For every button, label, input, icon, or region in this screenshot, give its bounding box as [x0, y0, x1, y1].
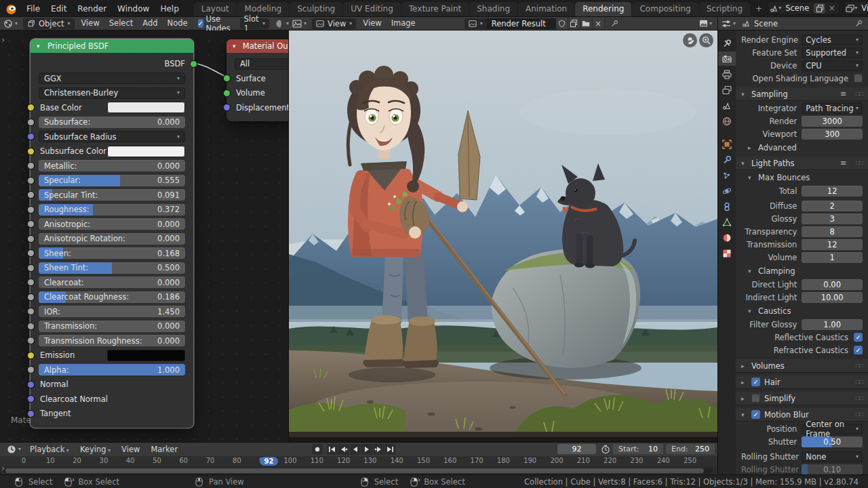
collapse-icon[interactable]: ▾	[741, 160, 747, 167]
new-image-button[interactable]	[568, 18, 580, 28]
editor-type-button[interactable]: ▾	[289, 19, 310, 28]
properties-tab-particles[interactable]	[718, 168, 736, 182]
unlink-image-button[interactable]: ×	[593, 18, 605, 28]
field-transparency[interactable]: 8	[802, 226, 863, 237]
node-row-subsurface-radius[interactable]: Subsurface Radius▾	[39, 131, 185, 143]
node-dropdown[interactable]: Subsurface Radius▾	[39, 131, 185, 142]
value-slider[interactable]: Anisotropic:0.000	[39, 218, 185, 230]
node-header[interactable]: ▾ Material Out	[226, 39, 289, 53]
collapse-icon[interactable]: ▾	[748, 174, 754, 181]
timeline-ruler[interactable]: 0102030405060708090100110120130140150160…	[0, 456, 717, 466]
dropdown-device[interactable]: CPU▾	[802, 60, 863, 71]
socket-yellow[interactable]	[28, 148, 34, 155]
collapse-icon[interactable]: ▾	[741, 91, 747, 98]
value-slider[interactable]: Specular:0.555	[39, 175, 185, 186]
socket-gray[interactable]	[28, 163, 34, 169]
frame-start-field[interactable]: Start:10	[613, 444, 663, 454]
image-editor[interactable]	[289, 30, 717, 442]
socket-gray[interactable]	[28, 207, 34, 213]
collapse-icon[interactable]: ▾	[741, 411, 747, 418]
node-row-base-color[interactable]: Base Color	[39, 102, 185, 114]
view-layer-name[interactable]: View Layer	[857, 3, 868, 13]
panel-header-hair[interactable]: ▸✓Hair∷∷	[736, 375, 868, 388]
panel-header-light-paths[interactable]: ▾Light Paths≡∷∷	[736, 157, 868, 169]
socket-green[interactable]	[191, 61, 197, 67]
socket-gray[interactable]	[28, 221, 34, 227]
workspace-tab-animation[interactable]: Animation	[518, 2, 574, 16]
menu-render[interactable]: Render	[72, 2, 112, 16]
socket-gray[interactable]	[28, 323, 34, 329]
node-row-transmission-roughness[interactable]: Transmission Roughness:0.000	[39, 335, 185, 347]
properties-tab-object[interactable]	[718, 137, 736, 151]
key-next-button[interactable]	[373, 444, 384, 455]
value-slider[interactable]: Transmission Roughness:0.000	[39, 335, 185, 346]
shader-mode-dropdown[interactable]: Object ▾	[23, 18, 74, 29]
menu-window[interactable]: Window	[112, 2, 155, 16]
socket-gray[interactable]	[28, 250, 34, 256]
preview-range-clock-icon[interactable]	[601, 445, 610, 454]
shader-menu-view[interactable]: View	[77, 17, 104, 30]
checkbox-open-shading-language[interactable]	[854, 74, 863, 83]
shader-node-editor[interactable]: › Material ▾ Principled BSDF BSDFGGX▾Chr…	[0, 30, 289, 442]
socket-gray[interactable]	[28, 192, 34, 198]
node-row-clearcoat-roughness[interactable]: Clearcoat Roughness:0.186	[39, 291, 185, 303]
presets-icon[interactable]: ≡	[840, 159, 846, 167]
properties-editor[interactable]: Render EngineCycles▾Feature SetSupported…	[717, 30, 868, 474]
playhead-badge[interactable]: 92	[260, 457, 279, 466]
pin-icon[interactable]	[610, 20, 618, 28]
field-glossy[interactable]: 3	[802, 214, 863, 224]
timeline-scrollbar[interactable]	[0, 467, 717, 474]
delete-scene-button[interactable]: ×	[826, 3, 837, 14]
subpanel-header-max-bounces[interactable]: ▾Max Bounces	[748, 171, 863, 183]
collapse-icon[interactable]: ▾	[748, 268, 754, 274]
grip-icon[interactable]: ∷∷	[855, 394, 863, 402]
slider-rolling-shutter-dur[interactable]: 0.10	[802, 464, 863, 475]
timeline-menu-view[interactable]: View	[116, 443, 145, 457]
value-slider[interactable]: Metallic:0.000	[39, 160, 185, 171]
display-channels-button[interactable]: ▾	[699, 19, 717, 28]
collapse-icon[interactable]: ▾	[748, 308, 754, 314]
fake-user-button[interactable]	[556, 18, 568, 28]
socket-vector[interactable]	[28, 134, 34, 140]
value-slider[interactable]: Clearcoat:0.000	[39, 277, 185, 288]
collapse-icon[interactable]: ▸	[741, 379, 747, 386]
socket-gray[interactable]	[28, 236, 34, 242]
jump-first-button[interactable]	[327, 444, 338, 455]
toolbar-expand-icon[interactable]: ›	[1, 35, 5, 45]
play-button[interactable]	[361, 444, 372, 455]
field-total[interactable]: 12	[802, 186, 863, 197]
grip-icon[interactable]: ∷∷	[855, 90, 863, 98]
workspace-tab-uv-editing[interactable]: UV Editing	[343, 2, 401, 16]
socket-vector[interactable]	[224, 104, 230, 110]
node-row-normal[interactable]: Normal	[39, 378, 185, 390]
field-filter-glossy[interactable]: 1.00	[802, 319, 863, 330]
timeline-menu-keying[interactable]: Keying ▾	[75, 443, 116, 457]
value-slider[interactable]: Subsurface:0.000	[39, 117, 185, 128]
socket-green[interactable]	[224, 90, 230, 96]
image-mode-dropdown[interactable]: View ▾	[312, 18, 356, 29]
node-dropdown[interactable]: GGX▾	[39, 73, 185, 84]
node-row-subsurface-color[interactable]: Subsurface Color	[39, 145, 185, 157]
socket-gray[interactable]	[28, 279, 34, 285]
use-nodes-checkbox[interactable]: ✓	[198, 19, 203, 28]
socket-vector[interactable]	[28, 411, 34, 417]
timeline-menu-playback[interactable]: Playback ▾	[24, 443, 75, 457]
socket-gray[interactable]	[28, 367, 34, 373]
dropdown-integrator[interactable]: Path Tracing▾	[802, 103, 863, 114]
panel-header-simplify[interactable]: ▸Simplify∷∷	[736, 392, 868, 405]
field-render[interactable]: 3000	[802, 116, 863, 127]
menu-file[interactable]: File	[21, 2, 45, 16]
socket-yellow[interactable]	[28, 352, 34, 359]
checkbox-refractive-caustics[interactable]: ✓	[854, 346, 863, 354]
node-row-christensen-burley[interactable]: Christensen-Burley▾	[39, 87, 185, 99]
timeline-menu-marker[interactable]: Marker	[145, 443, 183, 457]
shader-menu-select[interactable]: Select	[104, 17, 138, 30]
socket-gray[interactable]	[28, 308, 34, 314]
properties-tab-constraints[interactable]	[718, 199, 736, 214]
checkbox-reflective-caustics[interactable]: ✓	[854, 333, 863, 342]
workspace-tab-+[interactable]: +	[751, 2, 767, 16]
scene-name[interactable]: Scene	[781, 3, 813, 13]
value-slider[interactable]: Clearcoat Roughness:0.186	[39, 291, 185, 303]
socket-gray[interactable]	[28, 265, 34, 271]
value-slider[interactable]: Transmission:0.000	[39, 321, 185, 332]
